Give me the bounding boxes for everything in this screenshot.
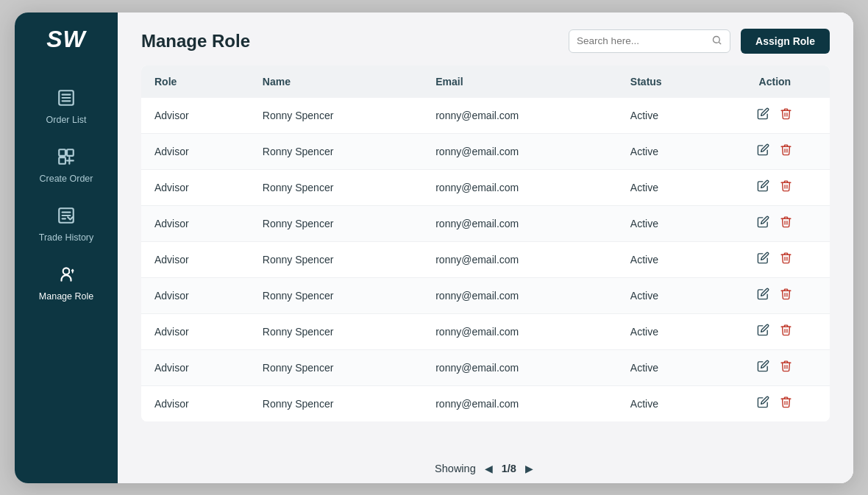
cell-action [720,133,830,169]
delete-button[interactable] [780,107,792,124]
search-input[interactable] [577,35,707,46]
trade-history-icon [57,206,76,228]
cell-role: Advisor [141,169,249,205]
delete-button[interactable] [780,252,792,268]
manage-role-icon [57,265,76,287]
cell-status: Active [617,241,720,277]
table-row: Advisor Ronny Spencer ronny@email.com Ac… [141,98,830,134]
roles-table: Role Name Email Status Action Advisor Ro… [141,65,830,421]
svg-rect-5 [67,149,74,156]
sidebar-item-manage-role[interactable]: Manage Role [15,253,118,312]
edit-button[interactable] [757,252,769,268]
table-row: Advisor Ronny Spencer ronny@email.com Ac… [141,277,830,313]
cell-action [720,169,830,205]
cell-email: ronny@email.com [422,349,617,385]
order-list-icon [57,88,76,110]
cell-name: Ronny Spencer [249,98,422,134]
cell-email: ronny@email.com [422,133,617,169]
cell-status: Active [617,205,720,241]
col-action: Action [720,65,830,98]
sidebar: SW Order List Create Order T [15,13,118,483]
cell-status: Active [617,313,720,349]
table-row: Advisor Ronny Spencer ronny@email.com Ac… [141,133,830,169]
cell-role: Advisor [141,241,249,277]
cell-name: Ronny Spencer [249,169,422,205]
cell-email: ronny@email.com [422,385,617,421]
svg-rect-4 [59,149,65,156]
cell-action [720,277,830,313]
svg-line-16 [719,42,722,44]
app-window: SW Order List Create Order T [15,13,853,483]
col-name: Name [249,65,422,98]
sidebar-label-create-order: Create Order [40,174,93,184]
header-actions: Assign Role [569,29,830,54]
cell-role: Advisor [141,98,249,134]
cell-email: ronny@email.com [422,241,617,277]
page-title: Manage Role [141,31,250,51]
delete-button[interactable] [780,396,792,412]
delete-button[interactable] [780,288,792,304]
cell-email: ronny@email.com [422,169,617,205]
pagination: Showing ◀ 1/8 ▶ [118,451,853,483]
delete-button[interactable] [780,179,792,196]
edit-button[interactable] [757,143,769,160]
next-page-button[interactable]: ▶ [522,461,536,476]
cell-email: ronny@email.com [422,277,617,313]
cell-role: Advisor [141,313,249,349]
cell-email: ronny@email.com [422,205,617,241]
delete-button[interactable] [780,143,792,160]
cell-name: Ronny Spencer [249,349,422,385]
table-row: Advisor Ronny Spencer ronny@email.com Ac… [141,385,830,421]
cell-role: Advisor [141,205,249,241]
delete-button[interactable] [780,216,792,232]
assign-role-button[interactable]: Assign Role [741,29,830,54]
cell-action [720,313,830,349]
cell-status: Active [617,98,720,134]
svg-point-13 [63,268,70,274]
cell-role: Advisor [141,277,249,313]
cell-status: Active [617,349,720,385]
sidebar-item-trade-history[interactable]: Trade History [15,194,118,253]
col-role: Role [141,65,249,98]
edit-button[interactable] [757,107,769,124]
col-email: Email [422,65,617,98]
cell-status: Active [617,385,720,421]
cell-action [720,385,830,421]
cell-role: Advisor [141,133,249,169]
edit-button[interactable] [757,179,769,196]
table-header-row: Role Name Email Status Action [141,65,830,98]
prev-page-button[interactable]: ◀ [482,461,496,476]
table-row: Advisor Ronny Spencer ronny@email.com Ac… [141,313,830,349]
sidebar-label-order-list: Order List [46,115,87,125]
delete-button[interactable] [780,360,792,376]
cell-role: Advisor [141,349,249,385]
cell-email: ronny@email.com [422,313,617,349]
main-content: Manage Role Assign Role Role Name Email [118,13,853,483]
total-pages: 8 [511,463,516,474]
cell-name: Ronny Spencer [249,385,422,421]
delete-button[interactable] [780,324,792,340]
cell-role: Advisor [141,385,249,421]
logo: SW [46,26,86,53]
cell-action [720,241,830,277]
edit-button[interactable] [757,360,769,376]
create-order-icon [57,147,76,169]
showing-label: Showing [435,463,476,474]
cell-status: Active [617,169,720,205]
sidebar-item-create-order[interactable]: Create Order [15,135,118,194]
edit-button[interactable] [757,324,769,340]
cell-status: Active [617,277,720,313]
cell-action [720,98,830,134]
sidebar-item-order-list[interactable]: Order List [15,76,118,135]
current-page-num: 1 [502,463,508,474]
search-box[interactable] [569,29,730,53]
sidebar-label-manage-role: Manage Role [39,291,93,302]
edit-button[interactable] [757,288,769,304]
cell-name: Ronny Spencer [249,277,422,313]
edit-button[interactable] [757,396,769,412]
table-row: Advisor Ronny Spencer ronny@email.com Ac… [141,349,830,385]
svg-point-15 [714,36,720,43]
cell-name: Ronny Spencer [249,313,422,349]
edit-button[interactable] [757,216,769,232]
page-header: Manage Role Assign Role [118,13,853,65]
